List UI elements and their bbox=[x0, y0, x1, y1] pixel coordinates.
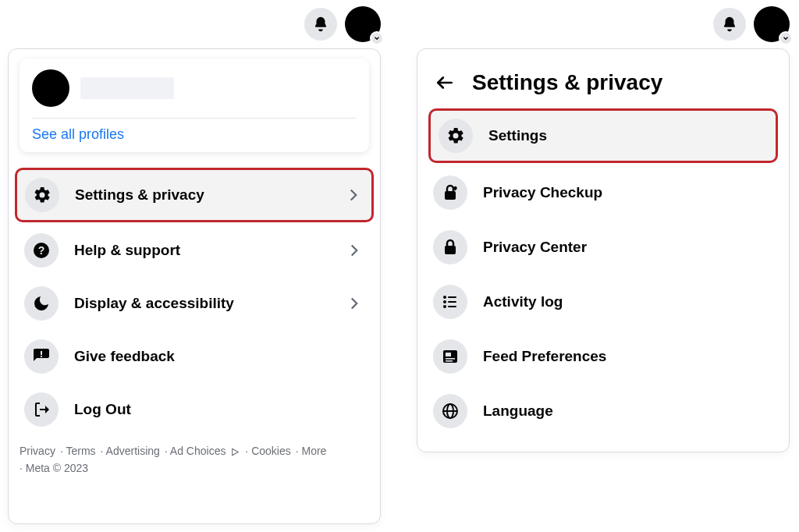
bell-icon bbox=[312, 16, 329, 33]
menu-item-log-out[interactable]: Log Out bbox=[20, 385, 369, 434]
arrow-left-icon bbox=[435, 73, 455, 93]
avatar bbox=[32, 69, 69, 107]
menu-item-activity-log[interactable]: Activity log bbox=[428, 277, 778, 327]
globe-icon bbox=[433, 394, 467, 428]
menu-item-label: Privacy Checkup bbox=[483, 184, 773, 201]
logout-icon bbox=[24, 392, 59, 427]
menu-item-label: Language bbox=[483, 403, 773, 420]
gear-icon bbox=[439, 119, 473, 153]
gear-icon bbox=[25, 178, 59, 212]
feedback-icon bbox=[24, 339, 59, 374]
profile-row[interactable] bbox=[32, 69, 357, 107]
svg-point-12 bbox=[443, 305, 446, 308]
svg-rect-7 bbox=[445, 246, 456, 254]
footer-meta: Meta © 2023 bbox=[20, 459, 88, 477]
back-button[interactable] bbox=[431, 69, 458, 96]
svg-rect-13 bbox=[448, 306, 456, 307]
menu-item-label: Give feedback bbox=[74, 348, 364, 365]
footer-cookies[interactable]: Cookies bbox=[245, 442, 290, 459]
notifications-button[interactable] bbox=[713, 8, 746, 41]
footer-terms[interactable]: Terms bbox=[60, 442, 96, 459]
divider bbox=[32, 118, 357, 119]
account-menu-avatar[interactable] bbox=[345, 6, 381, 42]
menu-item-give-feedback[interactable]: Give feedback bbox=[20, 332, 369, 381]
menu-item-settings-privacy[interactable]: Settings & privacy bbox=[15, 168, 374, 222]
menu-item-settings[interactable]: Settings bbox=[428, 108, 778, 163]
chevron-down-icon bbox=[779, 31, 793, 45]
footer-privacy[interactable]: Privacy bbox=[20, 442, 55, 459]
svg-point-10 bbox=[443, 300, 446, 303]
svg-rect-16 bbox=[446, 358, 455, 360]
account-menu-panel: See all profiles Settings & privacy ? He… bbox=[8, 48, 381, 524]
chevron-right-icon bbox=[344, 240, 364, 261]
svg-text:?: ? bbox=[38, 244, 45, 257]
svg-point-8 bbox=[443, 296, 446, 299]
svg-rect-2 bbox=[41, 351, 42, 355]
profile-card: See all profiles bbox=[20, 59, 369, 152]
account-menu-avatar[interactable] bbox=[754, 6, 790, 42]
svg-rect-9 bbox=[448, 296, 456, 298]
menu-item-label: Activity log bbox=[483, 293, 773, 310]
lock-heart-icon bbox=[433, 176, 467, 210]
menu-item-display-accessibility[interactable]: Display & accessibility bbox=[20, 278, 369, 328]
chevron-right-icon bbox=[344, 293, 364, 314]
settings-privacy-panel: Settings & privacy Settings Privacy Chec… bbox=[417, 48, 790, 452]
panel-title: Settings & privacy bbox=[472, 70, 662, 95]
menu-item-feed-preferences[interactable]: Feed Preferences bbox=[428, 332, 778, 381]
footer-more[interactable]: More bbox=[296, 442, 327, 459]
menu-item-label: Log Out bbox=[74, 401, 364, 418]
svg-rect-11 bbox=[448, 301, 456, 303]
adchoices-icon bbox=[230, 447, 240, 457]
footer-advertising[interactable]: Advertising bbox=[101, 442, 160, 459]
menu-item-privacy-center[interactable]: Privacy Center bbox=[428, 222, 778, 272]
svg-rect-6 bbox=[445, 191, 456, 200]
notifications-button[interactable] bbox=[304, 8, 337, 41]
menu-item-label: Settings bbox=[488, 127, 768, 144]
list-icon bbox=[433, 285, 467, 319]
menu-item-label: Help & support bbox=[74, 242, 328, 259]
chevron-right-icon bbox=[343, 185, 364, 205]
svg-rect-15 bbox=[446, 353, 451, 356]
profile-name-placeholder bbox=[80, 77, 174, 99]
menu-item-label: Feed Preferences bbox=[483, 348, 773, 365]
lock-icon bbox=[433, 230, 467, 264]
help-icon: ? bbox=[24, 233, 59, 268]
menu-item-privacy-checkup[interactable]: Privacy Checkup bbox=[428, 168, 778, 218]
menu-item-label: Settings & privacy bbox=[75, 186, 328, 204]
menu-item-label: Display & accessibility bbox=[74, 295, 328, 312]
menu-item-label: Privacy Center bbox=[483, 239, 773, 256]
moon-icon bbox=[24, 286, 59, 321]
footer-links: Privacy Terms Advertising Ad Choices Coo… bbox=[20, 442, 369, 477]
svg-rect-17 bbox=[446, 360, 453, 362]
chevron-down-icon bbox=[370, 31, 384, 45]
see-all-profiles-link[interactable]: See all profiles bbox=[32, 126, 357, 143]
menu-item-help-support[interactable]: ? Help & support bbox=[20, 225, 369, 275]
feed-icon bbox=[433, 339, 467, 374]
footer-ad-choices[interactable]: Ad Choices bbox=[165, 442, 241, 459]
svg-marker-4 bbox=[233, 449, 239, 456]
bell-icon bbox=[721, 16, 738, 33]
svg-rect-3 bbox=[41, 356, 42, 357]
menu-item-language[interactable]: Language bbox=[428, 386, 778, 436]
